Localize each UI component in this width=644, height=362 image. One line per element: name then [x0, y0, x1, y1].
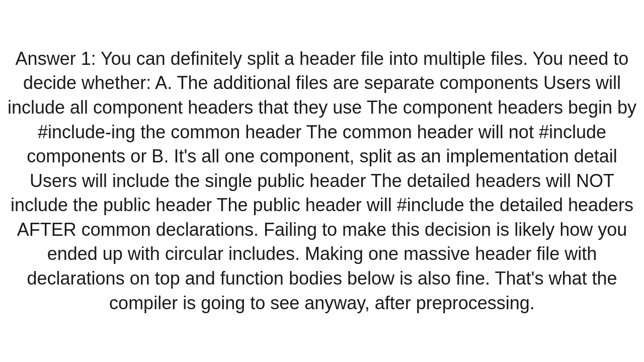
content-area: Answer 1: You can definitely split a hea…: [0, 0, 644, 362]
answer-text: Answer 1: You can definitely split a hea…: [5, 47, 639, 316]
